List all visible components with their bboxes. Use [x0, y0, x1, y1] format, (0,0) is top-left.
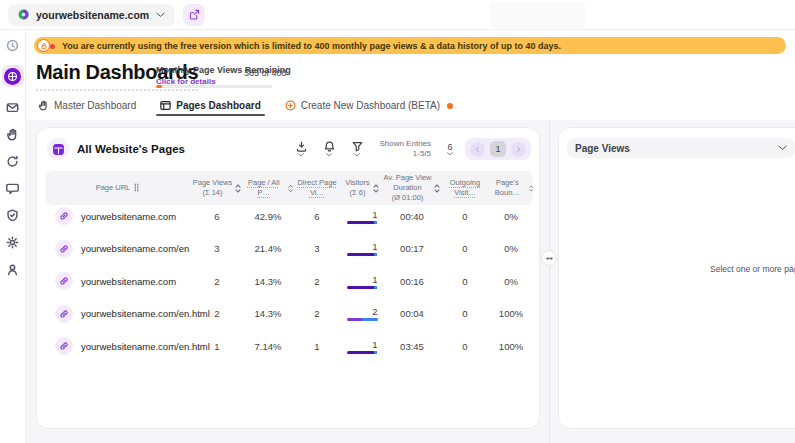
column-label: Page Views(Σ 14) [193, 178, 232, 198]
clock-icon [6, 39, 19, 52]
sidebar-item-history[interactable] [6, 38, 20, 52]
sort-icon[interactable] [235, 184, 241, 193]
link-icon [59, 211, 69, 221]
content-area: All Website's Pages Shown Entries 1-5/5 [26, 120, 795, 443]
shield-check-icon [6, 209, 19, 222]
panel-resize-handle[interactable] [541, 250, 557, 266]
alerts-button[interactable] [319, 141, 339, 157]
open-site-button[interactable] [183, 4, 205, 26]
sidebar-item-messages[interactable] [6, 181, 20, 195]
visitors-cell: 1 [341, 209, 383, 224]
page-views-value: 3 [191, 243, 243, 254]
site-selector[interactable]: yourwebsitename.com [8, 4, 175, 26]
site-name: yourwebsitename.com [36, 9, 149, 21]
page-views-value: 2 [191, 308, 243, 319]
bounce-rate-value: 0% [489, 243, 533, 254]
page-share-value: 42.9% [243, 211, 293, 222]
link-icon [59, 309, 69, 319]
sidebar-item-account[interactable] [6, 262, 20, 276]
visitors-bar [347, 351, 378, 354]
pagination: 1 [465, 138, 531, 160]
page-link-button[interactable] [55, 240, 73, 258]
tab-create-new-dashboard[interactable]: Create New Dashboard (BETA) [285, 100, 453, 116]
visitors-cell: 2 [341, 306, 383, 321]
link-icon [59, 341, 69, 351]
sidebar-item-security[interactable] [6, 208, 20, 222]
filter-button[interactable] [347, 141, 367, 157]
visitors-bar [347, 318, 378, 321]
gear-icon [6, 236, 19, 249]
page-link-button[interactable] [55, 207, 73, 225]
page-link-button[interactable] [55, 337, 73, 355]
column-label: Page URL [96, 183, 131, 193]
sidebar-item-dashboards[interactable] [2, 65, 24, 87]
table-row[interactable]: yourwebsitename.com 2 14.3% 2 1 00:16 0 … [45, 265, 533, 298]
page-size-select[interactable]: 6 [447, 142, 453, 156]
table-row[interactable]: yourwebsitename.com/en 3 21.4% 3 1 00:17… [45, 233, 533, 266]
lock-icon [40, 42, 48, 50]
sidebar-item-inbox[interactable] [6, 100, 20, 114]
arrows-horizontal-icon [545, 254, 554, 263]
empty-state-text: Select one or more pages to v [710, 264, 795, 274]
tab-master-dashboard[interactable]: Master Dashboard [38, 100, 136, 116]
direct-page-views-value: 3 [293, 243, 341, 254]
panel-divider [549, 120, 550, 443]
download-icon [296, 141, 307, 152]
prev-page-button[interactable] [470, 142, 485, 157]
tab-label: Pages Dashboard [176, 100, 260, 111]
page-link-button[interactable] [55, 305, 73, 323]
export-button[interactable] [291, 141, 311, 157]
hand-icon [6, 128, 19, 141]
hand-icon [38, 100, 49, 111]
table-column-header[interactable]: Visitors(Σ 6) [341, 178, 383, 198]
direct-page-views-value: 2 [293, 276, 341, 287]
page-link-button[interactable] [55, 272, 73, 290]
table-row[interactable]: yourwebsitename.com 6 42.9% 6 1 00:40 0 … [45, 200, 533, 233]
chevron-left-icon [474, 146, 481, 153]
table-column-header[interactable]: Direct Page Vi… [293, 178, 341, 198]
topbar: yourwebsitename.com [0, 0, 795, 30]
sort-icon[interactable] [529, 184, 533, 193]
sort-icon[interactable] [434, 184, 440, 193]
free-version-banner: You are currently using the free version… [34, 37, 786, 54]
visitors-cell: 1 [341, 241, 383, 256]
tab-pages-dashboard[interactable]: Pages Dashboard [160, 100, 260, 116]
refresh-icon [6, 155, 19, 168]
table-column-header[interactable]: Outgoing Visit… [441, 178, 489, 198]
avg-duration-value: 00:16 [383, 276, 441, 287]
sort-icon[interactable] [373, 184, 379, 193]
sidebar-item-automation[interactable] [6, 154, 20, 168]
dashboards-icon [7, 71, 18, 82]
page-views-value: 2 [191, 276, 243, 287]
table-row[interactable]: yourwebsitename.com/en.html 2 14.3% 2 2 … [45, 298, 533, 331]
bounce-rate-value: 100% [489, 308, 533, 319]
table-column-header[interactable]: Page / All P… [243, 178, 293, 198]
globe-icon [18, 9, 29, 20]
sidebar-item-settings[interactable] [6, 235, 20, 249]
current-page[interactable]: 1 [490, 141, 506, 157]
panel-title: Page Views [575, 143, 778, 154]
user-pin-icon [6, 263, 19, 276]
visitors-bar [347, 253, 378, 256]
table-column-header[interactable]: Page Views(Σ 14) [191, 178, 243, 198]
banner-text: You are currently using the free version… [62, 41, 561, 51]
page-views-value: 6 [191, 211, 243, 222]
direct-page-views-value: 6 [293, 211, 341, 222]
outgoing-visitors-value: 0 [441, 308, 489, 319]
quota-progress-fill [156, 85, 162, 88]
outgoing-visitors-value: 0 [441, 341, 489, 352]
page-views-accordion[interactable]: Page Views [567, 138, 795, 158]
table-column-header[interactable]: Page's Boun… [489, 178, 533, 198]
table-title: All Website's Pages [77, 143, 185, 155]
chevron-right-icon [515, 146, 522, 153]
table-column-header[interactable]: Av. Page ViewDuration(Ø 01:00) [383, 173, 441, 203]
link-icon [59, 276, 69, 286]
dashboard-tabs: Master Dashboard Pages Dashboard Create … [38, 96, 453, 116]
visitors-value: 1 [347, 209, 378, 220]
sidebar-item-interactions[interactable] [6, 127, 20, 141]
next-page-button[interactable] [511, 142, 526, 157]
table-column-header[interactable]: Page URL [45, 183, 191, 193]
table-row[interactable]: yourwebsitename.com/en.html 1 7.14% 1 1 … [45, 330, 533, 363]
sidebar [0, 30, 26, 443]
page-size-value: 6 [447, 142, 452, 152]
